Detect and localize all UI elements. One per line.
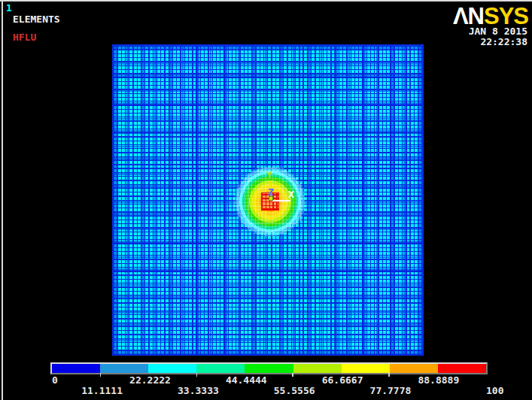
legend-segment: [52, 364, 100, 373]
window-border-left: [2, 0, 3, 400]
legend-tick-label: 55.5556: [274, 385, 315, 396]
legend-tick-mark: [196, 373, 198, 377]
ansys-graphics-window: { "header": { "plot_number": "1", "plot_…: [0, 0, 532, 400]
plot-number: 1: [6, 2, 12, 14]
legend-tick-label: 0: [52, 374, 58, 386]
legend-segment: [438, 364, 486, 373]
legend-tick-label: 66.6667: [322, 374, 363, 386]
triad-z-label: Z: [268, 186, 274, 198]
legend-segment: [148, 364, 196, 373]
legend-tick-mark: [388, 373, 390, 377]
legend-tick-label: 33.3333: [178, 385, 219, 396]
plot-type-label: ELEMENTS: [13, 14, 60, 25]
triad-x-axis-line: [272, 200, 290, 202]
window-border-top: [0, 0, 532, 2]
legend-tick-mark: [292, 373, 293, 377]
legend-segment: [100, 364, 148, 373]
legend-tick-label: 100: [486, 385, 503, 396]
legend-labels: 011.111122.222233.333344.444455.555666.6…: [52, 374, 485, 397]
legend-segment: [293, 364, 342, 373]
triad-x-label: X: [288, 189, 294, 200]
legend-segment: [342, 364, 390, 373]
legend-frame: [50, 362, 488, 374]
fe-mesh-viewport[interactable]: Y Z X: [112, 44, 424, 356]
legend-segment: [390, 364, 438, 373]
triad-y-label: Y: [266, 169, 272, 180]
legend-tick-label: 77.7778: [370, 385, 412, 396]
legend-tick-label: 44.4444: [226, 374, 267, 386]
legend-tick-label: 22.2222: [129, 374, 171, 386]
legend-bar: [52, 364, 486, 373]
legend-tick-label: 11.1111: [81, 385, 123, 396]
time-stamp: 22:22:38: [480, 36, 527, 47]
legend-tick-mark: [100, 373, 102, 377]
legend-segment: [196, 364, 245, 373]
date-stamp: JAN 8 2015: [469, 26, 527, 37]
load-type-label: HFLU: [13, 32, 36, 43]
legend-tick-label: 88.8889: [418, 374, 459, 386]
legend-segment: [245, 364, 293, 373]
